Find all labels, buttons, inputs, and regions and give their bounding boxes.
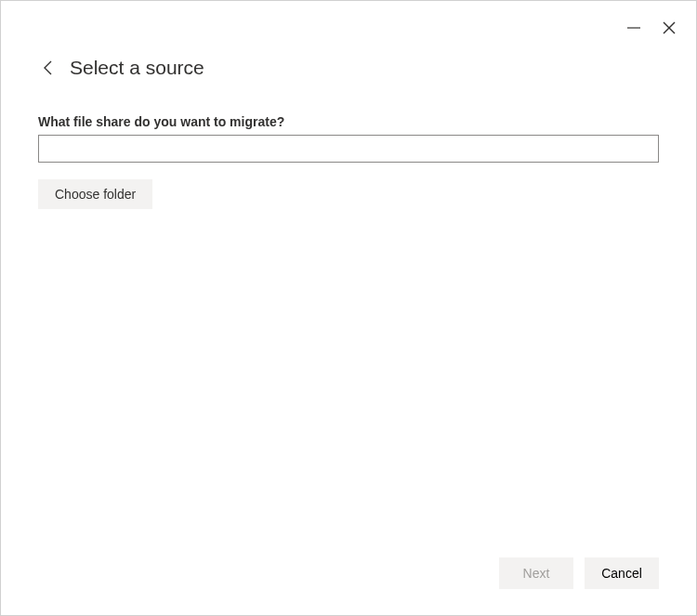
content-area: What file share do you want to migrate? … xyxy=(1,79,696,209)
page-title: Select a source xyxy=(70,57,204,79)
choose-folder-button[interactable]: Choose folder xyxy=(38,179,152,209)
minimize-button[interactable] xyxy=(624,18,644,38)
close-button[interactable] xyxy=(659,18,679,38)
window-controls xyxy=(624,18,679,38)
minimize-icon xyxy=(626,20,641,35)
cancel-button[interactable]: Cancel xyxy=(585,557,659,589)
file-share-input[interactable] xyxy=(38,135,659,163)
chevron-left-icon xyxy=(42,59,55,76)
close-icon xyxy=(662,20,677,35)
file-share-label: What file share do you want to migrate? xyxy=(38,114,659,129)
footer: Next Cancel xyxy=(499,557,659,589)
header: Select a source xyxy=(1,1,696,79)
back-button[interactable] xyxy=(38,58,59,78)
next-button[interactable]: Next xyxy=(499,557,573,589)
